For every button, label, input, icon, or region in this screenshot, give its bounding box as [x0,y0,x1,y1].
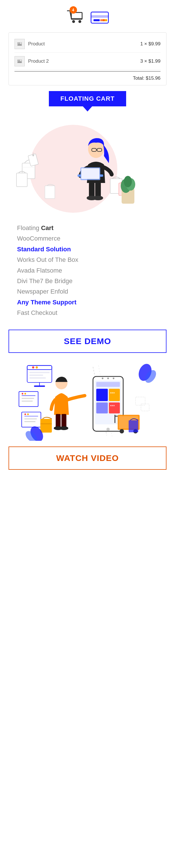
product-price-2: 3 × $1.99 [140,58,161,64]
feature-item-8: Fast Checkout [17,308,164,318]
feature-item-6: Newspaper Enfold [17,286,164,297]
svg-rect-8 [93,19,100,21]
second-illustration-section: ××× ××× [0,361,175,441]
svg-point-16 [20,60,21,61]
cart-icon-container: 4 [66,8,86,27]
svg-rect-7 [91,15,108,18]
svg-point-4 [72,20,75,23]
svg-text:×××: ××× [110,391,115,394]
svg-point-5 [79,20,81,23]
shopper-svg [8,118,167,214]
product-table: Product 1 × $9.99 Product 2 3 × $1.99 To… [8,32,167,85]
svg-point-22 [32,155,34,156]
product-image-2 [14,56,25,66]
credit-card-icon [90,10,110,25]
svg-rect-70 [40,419,52,432]
svg-point-57 [22,393,23,395]
total-divider [14,71,161,71]
cart-total: Total: $15.96 [133,75,161,81]
svg-rect-28 [89,182,95,198]
svg-rect-10 [100,19,105,21]
svg-rect-67 [61,414,66,428]
total-row: Total: $15.96 [14,73,161,82]
svg-rect-91 [129,420,138,432]
svg-rect-29 [95,182,101,198]
feature-item-0: Floating Cart [17,223,164,233]
svg-rect-49 [29,374,43,376]
svg-point-77 [113,377,115,379]
cart-badge: 4 [69,6,77,13]
product-row-2: Product 2 3 × $1.99 [14,53,161,70]
feature-item-7: Any Theme Support [17,297,164,308]
svg-point-58 [24,393,26,395]
cart-icon-wrapper: 4 [66,8,110,27]
feature-item-1: WooCommerce [17,233,164,244]
mobile-illustration-svg: ××× ××× [8,361,167,441]
svg-rect-97 [141,404,149,411]
svg-rect-44 [27,365,52,382]
product-name-2: Product 2 [28,58,140,64]
svg-point-69 [60,426,68,430]
svg-rect-41 [45,186,55,198]
watch-video-button[interactable]: WATCH VIDEO [8,446,167,470]
feature-item-2: Standard Solution [17,244,164,254]
see-demo-button[interactable]: SEE DEMO [8,330,167,353]
svg-rect-50 [29,377,46,379]
product-name-1: Product [28,41,140,47]
svg-rect-78 [96,382,120,386]
cart-icon-section: 4 [0,0,175,30]
svg-rect-48 [29,372,50,373]
floating-cart-button[interactable]: FLOATING CART [49,91,126,106]
svg-rect-45 [27,365,52,369]
svg-point-76 [107,377,109,379]
svg-point-63 [24,413,26,415]
cart-icons-row: 4 [66,8,110,27]
feature-item-3: Works Out of The Box [17,254,164,265]
svg-rect-81 [96,402,108,413]
svg-point-31 [93,196,103,200]
product-image-1 [14,39,25,49]
svg-point-75 [102,377,104,379]
product-price-1: 1 × $9.99 [140,41,161,47]
svg-rect-34 [81,168,99,179]
feature-bold-0: Cart [41,224,53,231]
svg-point-46 [32,366,34,369]
svg-text:×××: ××× [110,404,115,407]
see-demo-section: SEE DEMO [8,330,167,353]
product-row-1: Product 1 × $9.99 [14,35,161,53]
shopping-bag-2 [17,171,27,187]
svg-point-47 [36,366,38,369]
svg-point-64 [27,413,29,415]
svg-point-87 [120,429,124,433]
svg-rect-20 [17,173,27,187]
watch-video-section: WATCH VIDEO [8,446,167,470]
feature-item-5: Divi The7 Be Bridge [17,276,164,286]
svg-point-40 [124,176,132,187]
svg-rect-66 [56,414,60,428]
shopper-illustration-section [0,118,175,214]
feature-item-4: Avada Flatsome [17,265,164,276]
svg-rect-52 [34,385,45,386]
svg-point-13 [20,42,21,44]
svg-rect-80 [109,389,120,401]
svg-point-74 [107,428,110,431]
feature-list: Floating Cart WooCommerce Standard Solut… [0,220,175,324]
floating-cart-btn-section: FLOATING CART [0,91,175,106]
svg-rect-79 [96,389,108,401]
